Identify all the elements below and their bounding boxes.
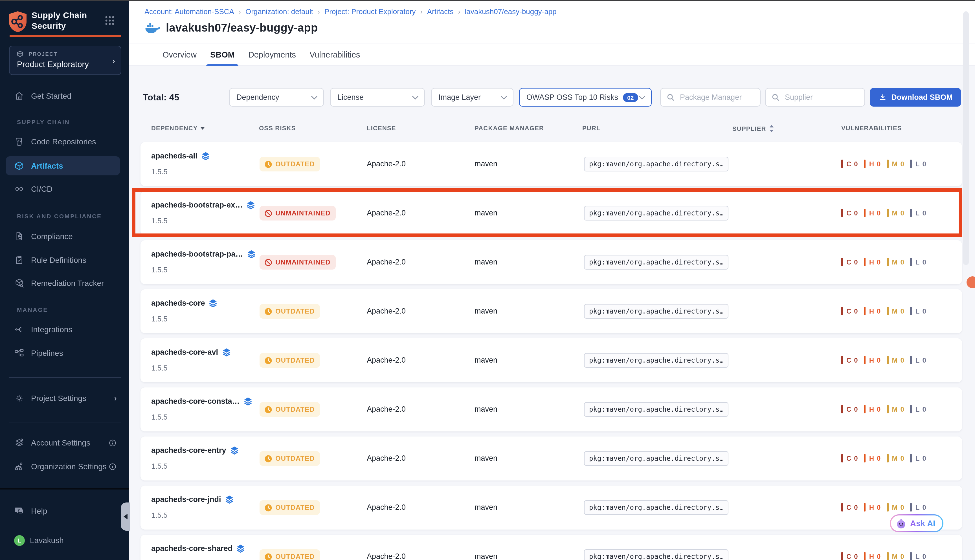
owasp-risks-filter-dropdown[interactable]: OWASP OSS Top 10 Risks 02 — [519, 88, 652, 107]
purl-chip[interactable]: pkg:maven/org.apache.directory.s… — [584, 549, 729, 560]
sidebar-item-artifacts[interactable]: Artifacts — [6, 156, 120, 175]
chevron-down-icon — [639, 95, 646, 100]
tab-deployments[interactable]: Deployments — [248, 43, 296, 66]
sidebar-item-organization-settings[interactable]: Organization Settings — [0, 457, 129, 476]
sidebar-item-remediation-tracker[interactable]: Remediation Tracker — [0, 273, 129, 293]
table-row[interactable]: apacheds-bootstrap-pa… 1.5.5 UNMAINTAINE… — [140, 240, 962, 284]
sidebar: Supply Chain Security PROJECT Product Ex… — [0, 0, 129, 560]
dependency-name[interactable]: apacheds-core-shared — [151, 544, 232, 553]
module-grid-icon[interactable] — [105, 16, 115, 25]
ask-ai-button[interactable]: Ask AI — [890, 514, 943, 532]
table-row[interactable]: apacheds-core-avl 1.5.5 OUTDATED Apache-… — [140, 338, 962, 382]
total-count: Total: 45 — [143, 88, 179, 107]
sidebar-item-cicd[interactable]: CI/CD — [0, 179, 129, 198]
dependency-name[interactable]: apacheds-core-consta… — [151, 397, 240, 405]
ask-ai-label: Ask AI — [910, 519, 935, 528]
dependency-name[interactable]: apacheds-core — [151, 299, 205, 307]
clock-icon — [265, 553, 272, 560]
sidebar-item-compliance[interactable]: Compliance — [0, 227, 129, 246]
purl-chip[interactable]: pkg:maven/org.apache.directory.s… — [584, 255, 729, 270]
purl-chip[interactable]: pkg:maven/org.apache.directory.s… — [584, 206, 729, 220]
breadcrumb-separator: › — [420, 8, 422, 16]
main-area: Account: Automation-SSCA›Organization: d… — [129, 0, 975, 560]
image-layer-filter-dropdown[interactable]: Image Layer — [431, 88, 513, 107]
license-value: Apache-2.0 — [367, 356, 406, 364]
dependency-name[interactable]: apacheds-core-avl — [151, 348, 218, 357]
sidebar-item-account-settings[interactable]: Account Settings — [0, 433, 129, 452]
scrollbar-thumb[interactable] — [963, 11, 969, 265]
purl-chip[interactable]: pkg:maven/org.apache.directory.s… — [584, 451, 729, 466]
dependency-name[interactable]: apacheds-bootstrap-ex… — [151, 201, 243, 209]
sidebar-item-get-started[interactable]: Get Started — [0, 86, 129, 105]
column-header-supplier[interactable]: SUPPLIER — [732, 125, 774, 133]
tab-sbom[interactable]: SBOM — [210, 43, 235, 66]
dependency-filter-dropdown[interactable]: Dependency — [229, 88, 324, 107]
table-row[interactable]: apacheds-core-shared 1.5.5 OUTDATED Apac… — [140, 535, 962, 560]
vuln-count-m: M0 — [887, 356, 905, 364]
info-icon[interactable] — [109, 438, 117, 447]
collapse-left-icon — [123, 514, 127, 519]
license-filter-dropdown[interactable]: License — [330, 88, 425, 107]
oss-risk-label: OUTDATED — [275, 307, 315, 315]
organization-settings-icon — [14, 461, 24, 472]
sidebar-item-label: Compliance — [31, 232, 73, 241]
search-icon — [771, 93, 780, 102]
table-row[interactable]: apacheds-core-consta… 1.5.5 OUTDATED Apa… — [140, 387, 962, 432]
help-chat-icon: ? — [14, 506, 24, 516]
tab-overview[interactable]: Overview — [162, 43, 197, 66]
info-icon[interactable] — [109, 462, 117, 471]
vulnerability-counts: C0H0M0L0 — [841, 552, 927, 560]
project-selector[interactable]: PROJECT Product Exploratory › — [9, 46, 121, 75]
table-row[interactable]: apacheds-core-jndi 1.5.5 OUTDATED Apache… — [140, 485, 962, 530]
breadcrumb-organization[interactable]: Organization: default — [245, 7, 313, 16]
breadcrumb-artifact-name[interactable]: lavakush07/easy-buggy-app — [465, 7, 557, 16]
sidebar-item-rule-definitions[interactable]: Rule Definitions — [0, 250, 129, 270]
breadcrumb-artifacts[interactable]: Artifacts — [427, 7, 454, 16]
page-title: lavakush07/easy-buggy-app — [166, 22, 318, 34]
vuln-count-m: M0 — [887, 454, 905, 462]
breadcrumb-separator: › — [458, 8, 461, 16]
purl-chip[interactable]: pkg:maven/org.apache.directory.s… — [584, 304, 729, 318]
sidebar-item-help[interactable]: ? Help — [0, 502, 129, 520]
package-manager-value: maven — [474, 454, 498, 462]
package-manager-value: maven — [474, 503, 498, 512]
dependency-name[interactable]: apacheds-core-entry — [151, 446, 226, 455]
sidebar-item-integrations[interactable]: Integrations — [0, 320, 129, 339]
vuln-count-m: M0 — [887, 160, 905, 168]
breadcrumb-account[interactable]: Account: Automation-SSCA — [144, 7, 234, 16]
sidebar-item-code-repositories[interactable]: Code Repositories — [0, 132, 129, 151]
vuln-count-h: H0 — [864, 356, 882, 364]
sidebar-item-pipelines[interactable]: Pipelines — [0, 343, 129, 363]
license-value: Apache-2.0 — [367, 307, 406, 315]
package-manager-search-input[interactable] — [679, 92, 749, 102]
column-header-dependency[interactable]: DEPENDENCY — [151, 125, 205, 132]
table-row[interactable]: apacheds-bootstrap-ex… 1.5.5 UNMAINTAINE… — [140, 191, 962, 235]
purl-chip[interactable]: pkg:maven/org.apache.directory.s… — [584, 402, 729, 417]
supply-chain-security-logo-icon — [8, 11, 27, 33]
dependency-name[interactable]: apacheds-core-jndi — [151, 495, 221, 503]
oss-risk-badge: OUTDATED — [260, 451, 320, 466]
ai-robot-icon — [895, 518, 907, 529]
purl-chip[interactable]: pkg:maven/org.apache.directory.s… — [584, 353, 729, 368]
oss-risk-label: UNMAINTAINED — [275, 209, 331, 217]
column-header-vulnerabilities: VULNERABILITIES — [841, 125, 902, 132]
dependency-name[interactable]: apacheds-bootstrap-pa… — [151, 250, 243, 258]
sidebar-collapse-handle[interactable] — [121, 502, 130, 531]
license-value: Apache-2.0 — [367, 503, 406, 512]
purl-chip[interactable]: pkg:maven/org.apache.directory.s… — [584, 500, 729, 515]
dependency-version: 1.5.5 — [151, 364, 168, 372]
sidebar-item-project-settings[interactable]: Project Settings › — [0, 388, 129, 408]
dependency-name[interactable]: apacheds-all — [151, 152, 197, 160]
purl-chip[interactable]: pkg:maven/org.apache.directory.s… — [584, 157, 729, 172]
supplier-search-input[interactable] — [784, 92, 854, 102]
table-row[interactable]: apacheds-core-entry 1.5.5 OUTDATED Apach… — [140, 437, 962, 480]
clock-icon — [265, 455, 272, 462]
layers-icon — [247, 201, 255, 209]
user-menu[interactable]: L Lavakush — [0, 531, 129, 550]
oss-risk-badge: OUTDATED — [260, 353, 320, 368]
tab-vulnerabilities[interactable]: Vulnerabilities — [309, 43, 360, 66]
table-row[interactable]: apacheds-core 1.5.5 OUTDATED Apache-2.0 … — [140, 289, 962, 333]
table-row[interactable]: apacheds-all 1.5.5 OUTDATED Apache-2.0 m… — [140, 142, 962, 186]
download-sbom-button[interactable]: Download SBOM — [870, 88, 961, 107]
breadcrumb-project[interactable]: Project: Product Exploratory — [324, 7, 416, 16]
